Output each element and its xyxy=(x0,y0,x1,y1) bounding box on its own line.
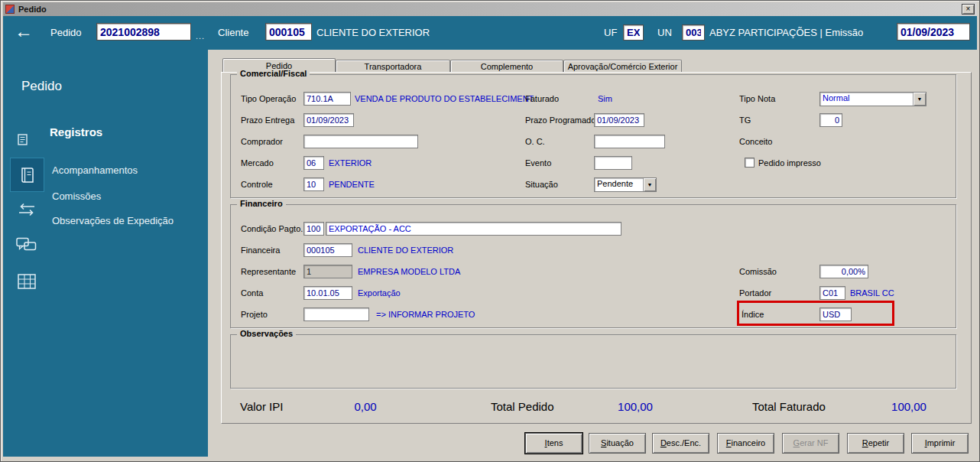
tab-aprovacao-comercio-exterior[interactable]: Aprovação/Comércio Exterior xyxy=(563,60,682,73)
tipo-nota-value: Normal xyxy=(820,93,913,106)
projeto-label: Projeto xyxy=(241,310,268,319)
conta-desc: Exportação xyxy=(358,288,401,298)
conta-label: Conta xyxy=(241,288,263,298)
indice-label: Índice xyxy=(741,310,764,319)
swap-arrows-icon[interactable] xyxy=(16,203,37,216)
financeiro-title: Financeiro xyxy=(237,199,286,208)
un-name-emissao-label: ABYZ PARTICIPAÇÕES | Emissão xyxy=(709,27,863,38)
portador-desc: BRASIL CC xyxy=(850,288,894,298)
pedido-impresso-checkbox[interactable] xyxy=(745,158,754,168)
total-pedido-value: 100,00 xyxy=(597,400,673,413)
financeiro-group: Financeiro Condição Pagto. Financeira CL… xyxy=(230,204,956,328)
tipo-operacao-label: Tipo Operação xyxy=(241,94,296,103)
financeiro-button[interactable]: Financeiro xyxy=(717,433,774,454)
emissao-date-input[interactable] xyxy=(897,23,970,41)
condicao-pagto-code-input[interactable] xyxy=(303,222,324,236)
total-pedido-label: Total Pedido xyxy=(491,400,554,413)
oc-label: O. C. xyxy=(525,137,545,146)
portador-input[interactable] xyxy=(819,286,845,300)
journal-icon xyxy=(18,166,37,184)
sidebar-rail-acompanhamentos[interactable] xyxy=(10,158,44,192)
financeira-input[interactable] xyxy=(303,243,352,257)
observacoes-group[interactable]: Observações xyxy=(230,334,956,389)
situacao-value: Pendente xyxy=(595,178,643,191)
chat-bubbles-icon[interactable] xyxy=(16,237,37,254)
portador-label: Portador xyxy=(739,288,771,298)
un-input[interactable] xyxy=(682,24,705,41)
pedido-number-input[interactable] xyxy=(96,23,191,41)
faturado-value: Sim xyxy=(598,94,612,103)
uf-label: UF xyxy=(604,27,617,38)
tipo-operacao-desc: VENDA DE PRODUTO DO ESTABELECIMENT xyxy=(355,94,534,103)
representante-desc: EMPRESA MODELO LTDA xyxy=(358,267,460,276)
pedido-impresso-label: Pedido impresso xyxy=(758,158,821,168)
header-bar: ← Pedido ... Cliente CLIENTE DO EXTERIOR… xyxy=(3,16,977,50)
controle-desc: PENDENTE xyxy=(329,180,375,189)
conceito-label: Conceito xyxy=(739,137,772,146)
controle-input[interactable] xyxy=(303,177,324,191)
comprador-input[interactable] xyxy=(303,135,418,148)
un-label: UN xyxy=(657,27,672,38)
imprimir-button[interactable]: Imprimir xyxy=(911,433,969,454)
prazo-programado-label: Prazo Programado xyxy=(525,116,595,125)
titlebar: Pedido × xyxy=(3,2,977,16)
prazo-programado-input[interactable] xyxy=(594,113,644,127)
repetir-button[interactable]: Repetir xyxy=(847,433,904,454)
evento-label: Evento xyxy=(525,158,551,168)
chevron-down-icon[interactable]: ▼ xyxy=(913,93,926,106)
main-content: Pedido Transportadora Complemento Aprova… xyxy=(208,50,977,457)
uf-input[interactable] xyxy=(623,24,644,41)
table-grid-icon[interactable] xyxy=(18,274,36,289)
indice-input[interactable] xyxy=(819,307,852,321)
total-faturado-label: Total Faturado xyxy=(752,400,826,413)
sidebar-section-registros: Registros xyxy=(50,125,102,138)
sidebar-title: Pedido xyxy=(21,79,62,94)
comprador-label: Comprador xyxy=(241,137,283,146)
cliente-name: CLIENTE DO EXTERIOR xyxy=(316,27,430,38)
tipo-operacao-input[interactable] xyxy=(303,92,351,106)
valor-ipi-label: Valor IPI xyxy=(240,400,283,413)
cliente-code-input[interactable] xyxy=(265,23,312,41)
tab-transportadora[interactable]: Transportadora xyxy=(336,60,450,73)
pedido-browse-button[interactable]: ... xyxy=(196,31,205,41)
pedido-label: Pedido xyxy=(50,27,81,38)
desc-enc-button[interactable]: Desc./Enc. xyxy=(652,433,709,454)
app-icon xyxy=(5,5,15,14)
back-arrow-icon[interactable]: ← xyxy=(15,20,33,43)
mercado-label: Mercado xyxy=(241,158,274,168)
sidebar-item-observacoes-expedicao[interactable]: Observações de Expedição xyxy=(52,215,174,226)
comissao-input[interactable] xyxy=(819,265,868,278)
situacao-label: Situação xyxy=(525,180,558,189)
conta-input[interactable] xyxy=(303,286,352,300)
financeira-desc: CLIENTE DO EXTERIOR xyxy=(358,246,453,255)
situacao-combobox[interactable]: Pendente ▼ xyxy=(594,177,657,192)
tipo-nota-combobox[interactable]: Normal ▼ xyxy=(819,92,926,106)
evento-input[interactable] xyxy=(594,156,632,170)
projeto-input[interactable] xyxy=(303,307,369,321)
oc-input[interactable] xyxy=(594,135,665,148)
mercado-input[interactable] xyxy=(303,156,324,170)
observacoes-title: Observações xyxy=(237,329,296,338)
sidebar-item-acompanhamentos[interactable]: Acompanhamentos xyxy=(52,164,138,176)
tg-input[interactable] xyxy=(819,113,842,127)
pedido-window: Pedido × ← Pedido ... Cliente CLIENTE DO… xyxy=(0,0,980,462)
condicao-pagto-desc-input[interactable] xyxy=(326,222,621,236)
sidebar-item-comissoes[interactable]: Comissões xyxy=(52,190,101,202)
financeira-label: Financeira xyxy=(241,246,280,255)
prazo-entrega-label: Prazo Entrega xyxy=(241,116,294,125)
projeto-hint: => INFORMAR PROJETO xyxy=(376,310,475,319)
mercado-desc: EXTERIOR xyxy=(329,158,372,168)
controle-label: Controle xyxy=(241,180,273,189)
document-icon[interactable] xyxy=(18,134,28,145)
tg-label: TG xyxy=(739,116,751,125)
tab-complemento[interactable]: Complemento xyxy=(450,60,563,73)
total-faturado-value: 100,00 xyxy=(871,400,947,413)
itens-button[interactable]: Itens xyxy=(525,433,582,454)
faturado-label: Faturado xyxy=(525,94,559,103)
cliente-label: Cliente xyxy=(218,27,248,38)
chevron-down-icon[interactable]: ▼ xyxy=(643,178,656,191)
representante-input xyxy=(303,265,352,278)
prazo-entrega-input[interactable] xyxy=(303,113,354,127)
close-icon[interactable]: × xyxy=(962,4,975,15)
situacao-button[interactable]: Situação xyxy=(589,433,646,454)
